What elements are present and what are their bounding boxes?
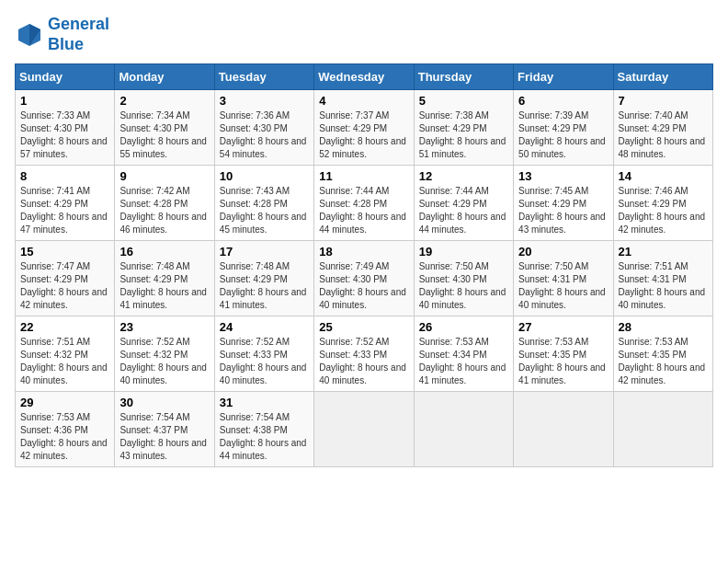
- calendar-cell: [514, 392, 613, 467]
- day-info: Sunrise: 7:48 AMSunset: 4:29 PMDaylight:…: [220, 260, 309, 312]
- logo: GeneralBlue: [15, 15, 109, 54]
- calendar-cell: 26 Sunrise: 7:53 AMSunset: 4:34 PMDaylig…: [414, 316, 513, 392]
- day-number: 2: [119, 94, 209, 108]
- day-number: 15: [20, 245, 109, 259]
- day-number: 29: [20, 396, 109, 409]
- day-info: Sunrise: 7:52 AMSunset: 4:33 PMDaylight:…: [220, 336, 309, 387]
- day-info: Sunrise: 7:53 AMSunset: 4:34 PMDaylight:…: [419, 336, 508, 387]
- day-number: 1: [20, 94, 109, 108]
- calendar-cell: 5 Sunrise: 7:38 AMSunset: 4:29 PMDayligh…: [414, 90, 513, 166]
- day-info: Sunrise: 7:47 AMSunset: 4:29 PMDaylight:…: [20, 260, 109, 312]
- day-info: Sunrise: 7:50 AMSunset: 4:30 PMDaylight:…: [419, 260, 508, 312]
- col-friday: Friday: [514, 64, 613, 90]
- day-number: 8: [20, 169, 109, 183]
- day-number: 16: [119, 245, 209, 259]
- calendar-week-1: 1 Sunrise: 7:33 AMSunset: 4:30 PMDayligh…: [16, 90, 713, 166]
- day-info: Sunrise: 7:41 AMSunset: 4:29 PMDaylight:…: [20, 185, 109, 236]
- calendar-cell: 17 Sunrise: 7:48 AMSunset: 4:29 PMDaylig…: [214, 241, 313, 316]
- col-tuesday: Tuesday: [214, 64, 313, 90]
- calendar-week-3: 15 Sunrise: 7:47 AMSunset: 4:29 PMDaylig…: [16, 241, 713, 316]
- calendar-cell: 6 Sunrise: 7:39 AMSunset: 4:29 PMDayligh…: [514, 90, 613, 166]
- day-info: Sunrise: 7:44 AMSunset: 4:29 PMDaylight:…: [419, 185, 508, 236]
- col-wednesday: Wednesday: [314, 64, 414, 90]
- calendar-cell: 22 Sunrise: 7:51 AMSunset: 4:32 PMDaylig…: [16, 316, 115, 392]
- calendar-cell: 9 Sunrise: 7:42 AMSunset: 4:28 PMDayligh…: [115, 166, 214, 241]
- calendar-cell: 30 Sunrise: 7:54 AMSunset: 4:37 PMDaylig…: [115, 392, 214, 467]
- day-info: Sunrise: 7:53 AMSunset: 4:35 PMDaylight:…: [518, 336, 608, 387]
- day-number: 14: [619, 169, 708, 183]
- col-thursday: Thursday: [414, 64, 513, 90]
- calendar-cell: 18 Sunrise: 7:49 AMSunset: 4:30 PMDaylig…: [314, 241, 414, 316]
- calendar-cell: 24 Sunrise: 7:52 AMSunset: 4:33 PMDaylig…: [214, 316, 313, 392]
- calendar-cell: 1 Sunrise: 7:33 AMSunset: 4:30 PMDayligh…: [16, 90, 115, 166]
- day-number: 12: [419, 169, 508, 183]
- calendar-cell: 12 Sunrise: 7:44 AMSunset: 4:29 PMDaylig…: [414, 166, 513, 241]
- day-number: 3: [220, 94, 309, 108]
- calendar-cell: 14 Sunrise: 7:46 AMSunset: 4:29 PMDaylig…: [613, 166, 712, 241]
- logo-icon: [15, 20, 44, 50]
- calendar-cell: 10 Sunrise: 7:43 AMSunset: 4:28 PMDaylig…: [214, 166, 313, 241]
- day-number: 18: [319, 245, 408, 259]
- calendar-cell: 21 Sunrise: 7:51 AMSunset: 4:31 PMDaylig…: [613, 241, 712, 316]
- day-info: Sunrise: 7:34 AMSunset: 4:30 PMDaylight:…: [119, 109, 209, 161]
- day-info: Sunrise: 7:45 AMSunset: 4:29 PMDaylight:…: [518, 185, 608, 236]
- day-info: Sunrise: 7:51 AMSunset: 4:31 PMDaylight:…: [619, 260, 708, 312]
- day-number: 25: [319, 320, 408, 334]
- calendar-cell: 2 Sunrise: 7:34 AMSunset: 4:30 PMDayligh…: [115, 90, 214, 166]
- calendar-cell: 8 Sunrise: 7:41 AMSunset: 4:29 PMDayligh…: [16, 166, 115, 241]
- day-number: 31: [220, 396, 309, 409]
- day-info: Sunrise: 7:52 AMSunset: 4:32 PMDaylight:…: [119, 336, 209, 387]
- day-info: Sunrise: 7:50 AMSunset: 4:31 PMDaylight:…: [518, 260, 608, 312]
- day-number: 4: [319, 94, 408, 108]
- day-info: Sunrise: 7:51 AMSunset: 4:32 PMDaylight:…: [20, 336, 109, 387]
- calendar-cell: 28 Sunrise: 7:53 AMSunset: 4:35 PMDaylig…: [613, 316, 712, 392]
- day-info: Sunrise: 7:40 AMSunset: 4:29 PMDaylight:…: [619, 109, 708, 161]
- day-number: 5: [419, 94, 508, 108]
- calendar-cell: 19 Sunrise: 7:50 AMSunset: 4:30 PMDaylig…: [414, 241, 513, 316]
- day-number: 13: [518, 169, 608, 183]
- calendar-cell: [314, 392, 414, 467]
- calendar-cell: 25 Sunrise: 7:52 AMSunset: 4:33 PMDaylig…: [314, 316, 414, 392]
- day-info: Sunrise: 7:44 AMSunset: 4:28 PMDaylight:…: [319, 185, 408, 236]
- day-number: 11: [319, 169, 408, 183]
- day-number: 24: [220, 320, 309, 334]
- col-saturday: Saturday: [613, 64, 712, 90]
- day-info: Sunrise: 7:54 AMSunset: 4:37 PMDaylight:…: [119, 411, 209, 463]
- calendar-cell: 20 Sunrise: 7:50 AMSunset: 4:31 PMDaylig…: [514, 241, 613, 316]
- calendar-week-2: 8 Sunrise: 7:41 AMSunset: 4:29 PMDayligh…: [16, 166, 713, 241]
- day-info: Sunrise: 7:48 AMSunset: 4:29 PMDaylight:…: [119, 260, 209, 312]
- day-number: 28: [619, 320, 708, 334]
- day-number: 27: [518, 320, 608, 334]
- col-monday: Monday: [115, 64, 214, 90]
- calendar-week-5: 29 Sunrise: 7:53 AMSunset: 4:36 PMDaylig…: [16, 392, 713, 467]
- calendar-cell: [414, 392, 513, 467]
- calendar-cell: 3 Sunrise: 7:36 AMSunset: 4:30 PMDayligh…: [214, 90, 313, 166]
- day-number: 26: [419, 320, 508, 334]
- day-number: 22: [20, 320, 109, 334]
- calendar-cell: 27 Sunrise: 7:53 AMSunset: 4:35 PMDaylig…: [514, 316, 613, 392]
- calendar-cell: 31 Sunrise: 7:54 AMSunset: 4:38 PMDaylig…: [214, 392, 313, 467]
- day-number: 17: [220, 245, 309, 259]
- day-number: 19: [419, 245, 508, 259]
- day-info: Sunrise: 7:53 AMSunset: 4:35 PMDaylight:…: [619, 336, 708, 387]
- day-number: 30: [119, 396, 209, 409]
- day-number: 6: [518, 94, 608, 108]
- calendar-cell: 15 Sunrise: 7:47 AMSunset: 4:29 PMDaylig…: [16, 241, 115, 316]
- calendar-cell: 11 Sunrise: 7:44 AMSunset: 4:28 PMDaylig…: [314, 166, 414, 241]
- logo-text: GeneralBlue: [48, 15, 109, 54]
- calendar-table: Sunday Monday Tuesday Wednesday Thursday…: [15, 63, 713, 467]
- day-info: Sunrise: 7:43 AMSunset: 4:28 PMDaylight:…: [220, 185, 309, 236]
- day-info: Sunrise: 7:38 AMSunset: 4:29 PMDaylight:…: [419, 109, 508, 161]
- calendar-cell: 16 Sunrise: 7:48 AMSunset: 4:29 PMDaylig…: [115, 241, 214, 316]
- calendar-cell: [613, 392, 712, 467]
- day-number: 9: [119, 169, 209, 183]
- col-sunday: Sunday: [16, 64, 115, 90]
- day-number: 7: [619, 94, 708, 108]
- day-info: Sunrise: 7:54 AMSunset: 4:38 PMDaylight:…: [220, 411, 309, 463]
- day-info: Sunrise: 7:37 AMSunset: 4:29 PMDaylight:…: [319, 109, 408, 161]
- day-info: Sunrise: 7:39 AMSunset: 4:29 PMDaylight:…: [518, 109, 608, 161]
- day-info: Sunrise: 7:46 AMSunset: 4:29 PMDaylight:…: [619, 185, 708, 236]
- day-info: Sunrise: 7:36 AMSunset: 4:30 PMDaylight:…: [220, 109, 309, 161]
- day-number: 20: [518, 245, 608, 259]
- calendar-cell: 29 Sunrise: 7:53 AMSunset: 4:36 PMDaylig…: [16, 392, 115, 467]
